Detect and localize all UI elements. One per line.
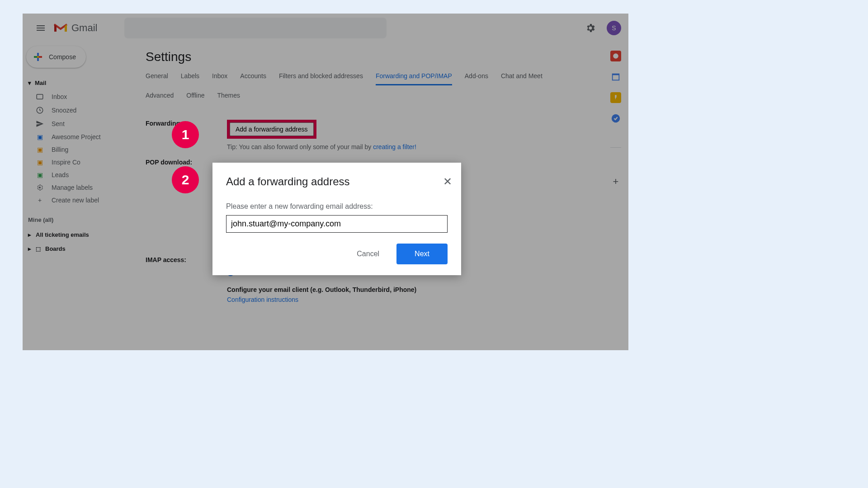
tab-inbox[interactable]: Inbox: [212, 72, 227, 85]
modal-prompt: Please enter a new forwarding email addr…: [226, 202, 448, 211]
svg-point-6: [39, 187, 41, 188]
chevron-right-icon: ▸: [28, 245, 31, 252]
left-sidebar: Compose ▾ Mail Inbox Snoozed Sent ▣Aweso…: [23, 42, 138, 350]
tab-chat-meet[interactable]: Chat and Meet: [501, 72, 542, 85]
calendar-addon-icon[interactable]: [610, 71, 621, 82]
chevron-right-icon: ▸: [28, 231, 31, 238]
top-bar: Gmail S: [23, 14, 628, 42]
tab-forwarding-pop-imap[interactable]: Forwarding and POP/IMAP: [376, 72, 452, 85]
configuration-instructions-link[interactable]: Configuration instructions: [227, 296, 596, 303]
send-icon: [35, 120, 44, 128]
callout-badge-1: 1: [172, 121, 199, 148]
tab-accounts[interactable]: Accounts: [240, 72, 266, 85]
sidebar-item-awesome-project[interactable]: ▣Awesome Project: [23, 131, 138, 143]
sidebar-item-snoozed[interactable]: Snoozed: [23, 103, 138, 117]
tab-general[interactable]: General: [146, 72, 168, 85]
modal-title: Add a forwarding address: [226, 175, 448, 188]
hamburger-icon: [35, 23, 46, 33]
sidebar-item-leads[interactable]: ▣Leads: [23, 169, 138, 181]
callout-highlight-1: Add a forwarding address: [227, 120, 316, 139]
callout-badge-2: 2: [172, 166, 199, 193]
tab-offline[interactable]: Offline: [186, 92, 204, 103]
mine-section-header: Mine (all): [23, 212, 138, 228]
compose-button[interactable]: Compose: [26, 46, 86, 68]
plus-colored-icon: [33, 52, 43, 62]
sidebar-item-sent[interactable]: Sent: [23, 117, 138, 131]
account-avatar[interactable]: S: [607, 21, 621, 35]
close-icon: ✕: [443, 175, 452, 188]
forwarding-tip: Tip: You can also forward only some of y…: [227, 143, 596, 150]
tab-filters[interactable]: Filters and blocked addresses: [279, 72, 363, 85]
gear-small-icon: [35, 184, 44, 191]
tab-advanced[interactable]: Advanced: [146, 92, 174, 103]
creating-filter-link[interactable]: creating a filter!: [373, 143, 416, 150]
add-forwarding-modal: Add a forwarding address ✕ Please enter …: [212, 163, 461, 275]
configure-client-heading: Configure your email client (e.g. Outloo…: [227, 286, 596, 293]
label-icon: ▣: [35, 133, 44, 141]
clock-icon: [35, 106, 44, 114]
tab-labels[interactable]: Labels: [181, 72, 199, 85]
gear-icon: [585, 23, 596, 33]
inbox-icon: [35, 93, 44, 101]
tasks-addon-icon[interactable]: [610, 113, 621, 124]
cancel-button[interactable]: Cancel: [349, 244, 387, 263]
svg-rect-4: [37, 94, 43, 99]
svg-rect-3: [34, 56, 37, 58]
add-addon-button[interactable]: +: [613, 176, 619, 188]
settings-tabs-row1: General Labels Inbox Accounts Filters an…: [138, 64, 603, 85]
hamburger-menu-button[interactable]: [30, 17, 52, 39]
svg-rect-2: [37, 56, 39, 58]
sidebar-item-inspire-co[interactable]: ▣Inspire Co: [23, 156, 138, 169]
chevron-down-icon: ▾: [28, 80, 31, 86]
right-side-panel: +: [603, 42, 628, 350]
gmail-icon: [53, 23, 68, 33]
settings-tabs-row2: Advanced Offline Themes: [138, 85, 603, 108]
sidebar-item-boards[interactable]: ▸⬚Boards: [23, 242, 138, 256]
svg-point-7: [613, 53, 618, 59]
boards-icon: ⬚: [36, 246, 41, 252]
settings-gear-button[interactable]: [581, 19, 599, 37]
tab-themes[interactable]: Themes: [217, 92, 241, 103]
add-forwarding-address-button[interactable]: Add a forwarding address: [230, 122, 314, 136]
keep-addon-icon[interactable]: [610, 92, 621, 103]
sidebar-item-create-label[interactable]: +Create new label: [23, 194, 138, 206]
label-icon: ▣: [35, 159, 44, 166]
modal-close-button[interactable]: ✕: [443, 175, 452, 188]
plus-icon: +: [35, 197, 44, 204]
label-icon: ▣: [35, 171, 44, 178]
addon-icon-1[interactable]: [610, 51, 621, 61]
mail-section-header[interactable]: ▾ Mail: [23, 76, 138, 90]
label-icon: ▣: [35, 146, 44, 153]
page-title: Settings: [138, 50, 603, 64]
svg-rect-9: [613, 75, 619, 80]
tab-addons[interactable]: Add-ons: [465, 72, 488, 85]
gmail-product-name: Gmail: [71, 22, 97, 34]
sidebar-item-billing[interactable]: ▣Billing: [23, 143, 138, 156]
forwarding-email-input[interactable]: [226, 215, 448, 233]
search-input[interactable]: [124, 18, 387, 38]
sidebar-item-inbox[interactable]: Inbox: [23, 90, 138, 103]
compose-label: Compose: [49, 53, 76, 61]
next-button[interactable]: Next: [396, 244, 448, 264]
sidebar-item-all-ticketing[interactable]: ▸All ticketing emails: [23, 228, 138, 242]
gmail-logo[interactable]: Gmail: [53, 22, 97, 34]
sidebar-item-manage-labels[interactable]: Manage labels: [23, 181, 138, 194]
